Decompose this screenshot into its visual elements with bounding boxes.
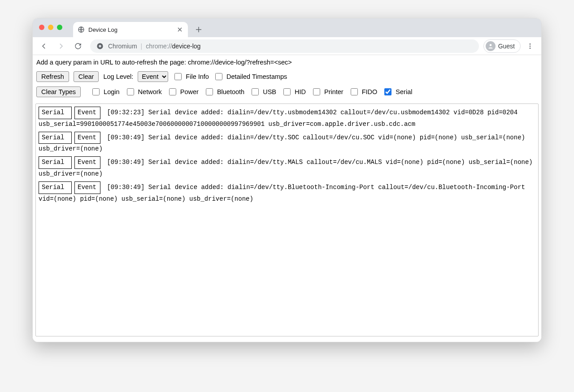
tab-strip: Device Log: [33, 18, 541, 37]
filter-serial[interactable]: Serial: [383, 87, 412, 97]
profile-button[interactable]: Guest: [483, 39, 521, 53]
filter-bluetooth[interactable]: Bluetooth: [204, 87, 244, 97]
filter-login[interactable]: Login: [91, 87, 119, 97]
filter-power-label: Power: [180, 88, 199, 95]
filter-network-label: Network: [138, 88, 162, 95]
filter-login-label: Login: [104, 88, 119, 95]
log-entry: SerialEvent [09:30:49] Serial device add…: [39, 156, 535, 180]
filter-serial-label: Serial: [396, 88, 412, 95]
log-level-badge: Event: [74, 107, 100, 119]
log-type-badge: Serial: [39, 107, 72, 119]
log-level-badge: Event: [74, 156, 100, 169]
filter-usb-label: USB: [263, 88, 276, 95]
filter-power[interactable]: Power: [167, 87, 199, 97]
omnibox-host: chrome://: [146, 43, 172, 50]
browser-toolbar: Chromium | chrome://device-log Guest: [33, 37, 541, 55]
site-info-icon[interactable]: [96, 43, 104, 50]
log-panel: SerialEvent [09:32:23] Serial device add…: [35, 103, 539, 336]
filter-usb[interactable]: USB: [250, 87, 276, 97]
window-close-button[interactable]: [39, 25, 44, 30]
log-level-label: Log Level:: [103, 73, 133, 80]
file-info-input[interactable]: [174, 73, 182, 80]
clear-types-button[interactable]: Clear Types: [36, 86, 81, 97]
log-level-select[interactable]: Event: [138, 71, 168, 82]
filter-hid[interactable]: HID: [282, 87, 306, 97]
new-tab-button[interactable]: [192, 23, 205, 36]
log-level-badge: Event: [74, 132, 100, 144]
browser-tab[interactable]: Device Log: [73, 22, 188, 37]
url-text: Chromium | chrome://device-log: [108, 43, 200, 50]
omnibox-app: Chromium: [108, 43, 137, 50]
log-entry: SerialEvent [09:32:23] Serial device add…: [39, 107, 535, 130]
file-info-checkbox[interactable]: File Info: [173, 72, 209, 82]
filter-hid-input[interactable]: [283, 88, 291, 95]
log-message: [09:30:49] Serial device added: dialin=/…: [39, 134, 525, 153]
refresh-button[interactable]: Refresh: [36, 71, 69, 82]
back-button[interactable]: [36, 39, 52, 53]
filter-network-input[interactable]: [127, 88, 134, 95]
profile-label: Guest: [498, 43, 515, 50]
page-content: Add a query param in URL to auto-refresh…: [33, 55, 541, 342]
filter-printer-label: Printer: [324, 88, 344, 95]
address-bar[interactable]: Chromium | chrome://device-log: [90, 39, 479, 53]
file-info-label: File Info: [186, 73, 209, 80]
log-entry: SerialEvent [09:30:49] Serial device add…: [39, 181, 535, 205]
controls-row-1: Refresh Clear Log Level: Event File Info…: [35, 70, 539, 83]
browser-menu-button[interactable]: [522, 39, 538, 53]
filter-fido-input[interactable]: [351, 88, 358, 95]
omnibox-path: device-log: [172, 43, 201, 50]
browser-window: Device Log Chromium | chrome://devi: [32, 18, 542, 342]
filter-login-input[interactable]: [92, 88, 100, 95]
reload-button[interactable]: [70, 39, 86, 53]
svg-point-5: [530, 45, 531, 47]
log-message: [09:30:49] Serial device added: dialin=/…: [39, 184, 525, 202]
svg-point-4: [530, 43, 531, 45]
filter-fido[interactable]: FIDO: [349, 87, 378, 97]
log-type-badge: Serial: [39, 132, 72, 144]
filter-power-input[interactable]: [169, 88, 176, 95]
controls-row-2: Clear Types LoginNetworkPowerBluetoothUS…: [35, 83, 539, 101]
help-text: Add a query param in URL to auto-refresh…: [35, 57, 539, 70]
detailed-timestamps-checkbox[interactable]: Detailed Timestamps: [213, 72, 287, 82]
avatar-icon: [486, 41, 496, 51]
log-level-badge: Event: [74, 181, 100, 194]
svg-point-6: [530, 47, 531, 49]
detailed-timestamps-label: Detailed Timestamps: [226, 73, 287, 80]
svg-point-2: [99, 45, 101, 47]
filter-network[interactable]: Network: [125, 87, 162, 97]
log-message: [09:32:23] Serial device added: dialin=/…: [39, 109, 517, 128]
detailed-timestamps-input[interactable]: [215, 73, 222, 80]
filter-printer-input[interactable]: [313, 88, 320, 95]
window-minimize-button[interactable]: [48, 25, 53, 30]
log-message: [09:30:49] Serial device added: dialin=/…: [39, 159, 533, 177]
window-zoom-button[interactable]: [57, 25, 62, 30]
filter-fido-label: FIDO: [362, 88, 378, 95]
filter-bluetooth-input[interactable]: [206, 88, 213, 95]
tab-close-button[interactable]: [176, 26, 183, 33]
clear-button[interactable]: Clear: [74, 71, 99, 82]
filter-printer[interactable]: Printer: [311, 87, 344, 97]
filter-usb-input[interactable]: [252, 88, 259, 95]
globe-icon: [78, 26, 85, 33]
svg-point-3: [489, 44, 491, 46]
forward-button[interactable]: [53, 39, 69, 53]
log-type-badge: Serial: [39, 156, 72, 169]
omnibox-separator: |: [141, 43, 143, 50]
filter-hid-label: HID: [295, 88, 306, 95]
log-entry: SerialEvent [09:30:49] Serial device add…: [39, 132, 535, 155]
filter-serial-input[interactable]: [384, 88, 391, 95]
filter-bluetooth-label: Bluetooth: [217, 88, 244, 95]
window-controls: [39, 25, 62, 30]
tab-title: Device Log: [88, 26, 173, 33]
log-type-badge: Serial: [39, 181, 72, 194]
